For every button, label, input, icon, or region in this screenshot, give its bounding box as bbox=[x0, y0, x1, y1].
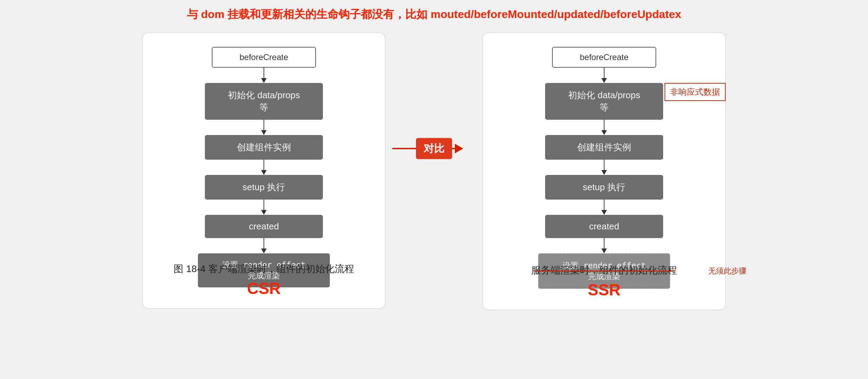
csr-flow: beforeCreate 初始化 data/props 等 创建组件实例 set… bbox=[160, 47, 368, 287]
ssr-node-setup: setup 执行 bbox=[545, 175, 663, 200]
ssr-arrow-2 bbox=[601, 160, 607, 175]
ssr-flow: beforeCreate 初始化 data/props 等 非响应式数据 创建组… bbox=[500, 47, 708, 289]
ssr-node-create: 创建组件实例 bbox=[545, 135, 663, 160]
csr-label: CSR bbox=[143, 279, 385, 298]
csr-arrow-4 bbox=[261, 238, 267, 253]
compare-label: 对比 bbox=[416, 138, 452, 159]
csr-node-create: 创建组件实例 bbox=[205, 135, 323, 160]
csr-node-beforeCreate: beforeCreate bbox=[212, 47, 316, 68]
ssr-node-beforeCreate: beforeCreate bbox=[552, 47, 656, 68]
ssr-arrow-1 bbox=[601, 120, 607, 135]
compare-section: 对比 bbox=[385, 53, 483, 153]
csr-arrow-3 bbox=[261, 200, 267, 215]
ssr-init-wrapper: 初始化 data/props 等 非响应式数据 bbox=[545, 83, 663, 120]
csr-arrow-1 bbox=[261, 120, 267, 135]
main-content: beforeCreate 初始化 data/props 等 创建组件实例 set… bbox=[0, 26, 868, 317]
ssr-node-created: created bbox=[545, 215, 663, 238]
csr-arrow-2 bbox=[261, 160, 267, 175]
ssr-label: SSR bbox=[483, 280, 725, 299]
csr-node-init: 初始化 data/props 等 bbox=[205, 83, 323, 120]
csr-caption: 图 18-4 客户端渲染时，组件的初始化流程 CSR bbox=[143, 262, 385, 298]
csr-arrow-0 bbox=[261, 68, 267, 83]
strikethrough-line bbox=[535, 271, 673, 272]
ssr-caption: 服务端渲染时，组件的初始化流程 SSR bbox=[483, 264, 725, 299]
ssr-arrow-3 bbox=[601, 200, 607, 215]
ssr-node-init: 初始化 data/props 等 bbox=[545, 83, 663, 120]
non-reactive-label: 非响应式数据 bbox=[665, 83, 726, 101]
ssr-diagram: beforeCreate 初始化 data/props 等 非响应式数据 创建组… bbox=[483, 33, 726, 310]
top-banner: 与 dom 挂载和更新相关的生命钩子都没有，比如 mouted/beforeMo… bbox=[0, 0, 868, 26]
csr-diagram: beforeCreate 初始化 data/props 等 创建组件实例 set… bbox=[142, 33, 385, 309]
csr-title: 图 18-4 客户端渲染时，组件的初始化流程 bbox=[143, 262, 385, 276]
csr-node-created: created bbox=[205, 215, 323, 238]
compare-arrowhead bbox=[455, 144, 463, 153]
ssr-arrow-0 bbox=[601, 68, 607, 83]
ssr-arrow-4 bbox=[601, 238, 607, 253]
csr-node-setup: setup 执行 bbox=[205, 175, 323, 200]
